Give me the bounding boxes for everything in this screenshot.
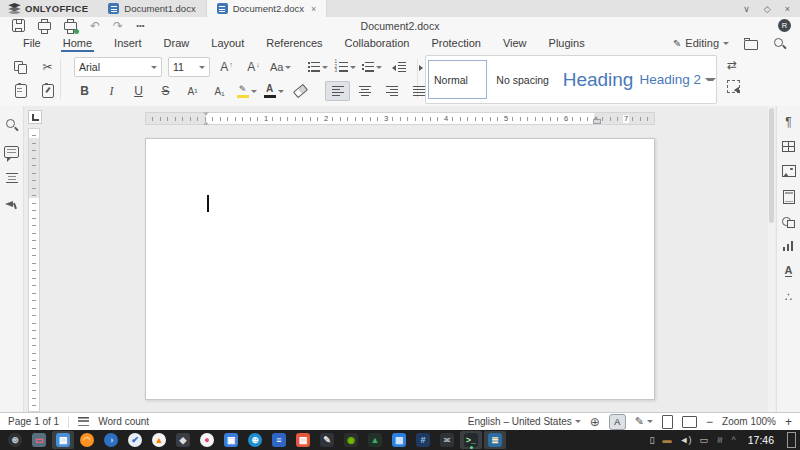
tab-home[interactable]: Home [52, 34, 103, 52]
taskbar-app-tasks-app[interactable]: ✔ [124, 431, 146, 449]
zoom-out-icon[interactable]: − [706, 415, 713, 429]
font-name-select[interactable]: Arial [74, 57, 162, 77]
copy-style-button[interactable] [35, 81, 60, 101]
tab-file[interactable]: File [12, 34, 52, 52]
underline-button[interactable]: U [126, 81, 151, 101]
clear-style-button[interactable] [288, 81, 313, 101]
taskbar-app-firefox[interactable]: ◠ [76, 431, 98, 449]
replace-icon[interactable]: ⇄ [727, 59, 740, 71]
multilevel-list-button[interactable] [360, 57, 385, 77]
clipboard-tray-icon[interactable]: ▯ [650, 435, 655, 445]
align-right-button[interactable] [379, 81, 404, 101]
paste-button[interactable] [8, 81, 33, 101]
tab-protection[interactable]: Protection [420, 34, 492, 52]
align-left-button[interactable] [325, 81, 350, 101]
tab-layout[interactable]: Layout [200, 34, 255, 52]
image-settings-icon[interactable] [782, 165, 796, 177]
document-page[interactable] [145, 138, 655, 400]
tab-draw[interactable]: Draw [153, 34, 201, 52]
smartart-settings-icon[interactable]: ∴ [785, 290, 793, 304]
taskbar-app-file-manager[interactable]: ▤ [52, 431, 74, 449]
change-case-button[interactable]: Aa [268, 57, 293, 77]
word-count-button[interactable]: Word count [98, 416, 149, 427]
taskbar-app-nvidia-settings[interactable]: ◉ [340, 431, 362, 449]
taskbar-app-browser[interactable]: ◑ [100, 431, 122, 449]
taskbar-app-screenshot-tool[interactable]: ▭ [28, 431, 50, 449]
zoom-level[interactable]: Zoom 100% [722, 416, 776, 427]
user-avatar[interactable]: R [778, 19, 791, 32]
tab-stop-selector[interactable] [28, 110, 42, 124]
undo-icon[interactable]: ↶ [90, 20, 100, 32]
paragraph-settings-icon[interactable]: ¶ [785, 116, 791, 128]
taskbar-app-toolbox[interactable]: ▦ [388, 431, 410, 449]
taskbar-app-presentation-app[interactable]: ▤ [292, 431, 314, 449]
tab-document1[interactable]: Document1.docx [98, 0, 205, 17]
comments-icon[interactable] [4, 146, 19, 158]
quick-print-icon[interactable] [64, 22, 77, 30]
fit-to-page-icon[interactable] [662, 415, 673, 429]
right-indent-marker[interactable] [593, 119, 601, 125]
bold-button[interactable]: B [72, 81, 97, 101]
spell-checking-icon[interactable]: A [609, 414, 626, 430]
decrease-indent-button[interactable] [387, 57, 412, 77]
taskbar-app-settings-manager[interactable]: ≍ [436, 431, 458, 449]
textart-settings-icon[interactable]: A [785, 264, 793, 277]
vertical-ruler[interactable] [28, 128, 40, 412]
select-all-icon[interactable] [727, 80, 740, 93]
left-indent-marker[interactable] [203, 121, 209, 125]
style-heading-2[interactable]: Heading 2 [635, 72, 705, 87]
tab-references[interactable]: References [255, 34, 333, 52]
shape-settings-icon[interactable] [782, 217, 795, 228]
taskbar-app-terminal[interactable]: >_ [460, 431, 482, 449]
styles-gallery-expand-icon[interactable] [705, 78, 716, 81]
feedback-icon[interactable] [5, 199, 18, 210]
highlight-color-button[interactable]: ✎ [234, 81, 259, 101]
cut-button[interactable]: ✂ [35, 57, 60, 77]
close-icon[interactable]: × [785, 4, 790, 14]
tab-close-icon[interactable]: × [311, 4, 316, 14]
italic-button[interactable]: I [99, 81, 124, 101]
network-icon[interactable]: ≋ [715, 436, 725, 444]
redo-icon[interactable]: ↷ [113, 20, 123, 32]
volume-icon[interactable]: ◄) [680, 435, 692, 445]
taskbar-app-document-viewer[interactable]: ▣ [220, 431, 242, 449]
clock[interactable]: 17:46 [748, 434, 774, 446]
tab-plugins[interactable]: Plugins [538, 34, 596, 52]
subscript-button[interactable]: A₁ [207, 81, 232, 101]
search-icon[interactable] [773, 37, 786, 50]
taskbar-app-image-editor[interactable]: ◆ [172, 431, 194, 449]
taskbar-app-drawing-app[interactable]: ✎ [316, 431, 338, 449]
taskbar-app-media-player[interactable]: ● [196, 431, 218, 449]
style-normal[interactable]: Normal [428, 60, 487, 99]
track-changes-control[interactable]: ✎ [635, 415, 653, 428]
bullets-button[interactable] [305, 57, 330, 77]
taskbar-app-internet-browser[interactable]: ⊕ [244, 431, 266, 449]
vertical-scrollbar[interactable] [768, 106, 775, 412]
zoom-in-icon[interactable]: + [785, 415, 792, 429]
horizontal-ruler[interactable]: 1234567 [145, 112, 655, 125]
strikeout-button[interactable]: S [153, 81, 178, 101]
fit-to-width-icon[interactable] [682, 416, 697, 428]
customize-quick-access-icon[interactable]: ••• [136, 21, 144, 30]
save-icon[interactable] [12, 19, 25, 32]
copy-button[interactable] [8, 57, 33, 77]
tab-insert[interactable]: Insert [103, 34, 153, 52]
font-size-select[interactable]: 11 [168, 57, 210, 77]
taskbar-app-onlyoffice[interactable]: ≣ [484, 431, 506, 449]
font-color-button[interactable]: A [261, 81, 286, 101]
style-heading-1[interactable]: Heading [561, 69, 636, 91]
find-icon[interactable] [5, 118, 18, 131]
show-desktop-button[interactable] [787, 432, 796, 448]
open-file-location-icon[interactable] [744, 40, 758, 50]
display-tray-icon[interactable]: ▭ [699, 435, 708, 445]
tab-collaboration[interactable]: Collaboration [334, 34, 421, 52]
tab-view[interactable]: View [492, 34, 538, 52]
minimize-icon[interactable]: ∨ [743, 4, 750, 14]
first-line-indent-marker[interactable] [203, 112, 209, 116]
navigation-icon[interactable] [6, 173, 18, 184]
language-selector[interactable]: English – United States [468, 416, 581, 427]
decrement-font-size-button[interactable]: A ↓ [241, 57, 266, 77]
header-footer-settings-icon[interactable] [783, 190, 795, 204]
maximize-icon[interactable]: ◇ [764, 4, 771, 14]
tray-expand-icon[interactable]: ^ [731, 435, 735, 445]
